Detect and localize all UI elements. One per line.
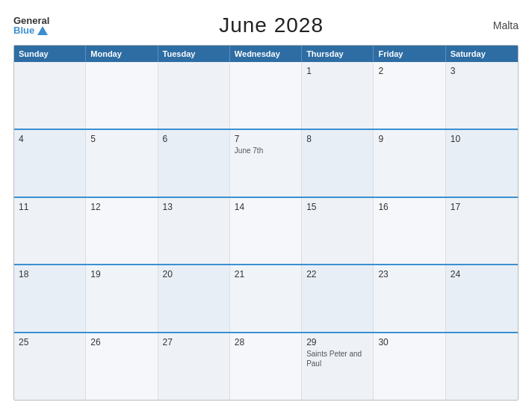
day-cell-jun10: 10 — [446, 130, 518, 197]
day-cell-jun28: 28 — [230, 333, 302, 400]
header-wednesday: Wednesday — [230, 46, 302, 62]
day-number: 15 — [306, 202, 368, 212]
day-number: 4 — [19, 134, 81, 144]
day-cell-jun11: 11 — [14, 198, 86, 265]
day-cell — [446, 333, 518, 400]
day-number: 9 — [378, 134, 440, 144]
day-number: 23 — [378, 269, 440, 279]
day-cell-jun25: 25 — [14, 333, 86, 400]
day-number: 25 — [19, 337, 81, 347]
day-cell-jun9: 9 — [374, 130, 445, 197]
day-cell-jun14: 14 — [230, 198, 302, 265]
day-cell-jun8: 8 — [302, 130, 374, 197]
day-cell-jun30: 30 — [374, 333, 445, 400]
day-number: 29 — [306, 337, 368, 347]
day-cell-jun27: 27 — [158, 333, 230, 400]
day-number: 11 — [19, 202, 81, 212]
country-label: Malta — [493, 19, 519, 31]
day-number: 14 — [235, 202, 297, 212]
day-number: 21 — [235, 269, 297, 279]
day-number: 16 — [378, 202, 440, 212]
day-number: 24 — [451, 269, 513, 279]
logo-blue-text: Blue — [13, 25, 49, 35]
day-number: 22 — [306, 269, 368, 279]
weeks-container: 1 2 3 4 5 6 — [14, 62, 518, 400]
day-cell-jun1: 1 — [302, 62, 374, 129]
logo-triangle-icon — [37, 26, 48, 35]
day-cell — [158, 62, 230, 129]
day-cell-jun26: 26 — [86, 333, 158, 400]
day-cell-jun12: 12 — [86, 198, 158, 265]
day-number: 6 — [163, 134, 225, 144]
day-number: 1 — [306, 66, 368, 76]
header: General Blue June 2028 Malta — [13, 13, 519, 37]
week-row-1: 1 2 3 — [14, 62, 518, 129]
day-cell-jun7: 7 June 7th — [230, 130, 302, 197]
day-number: 27 — [163, 337, 225, 347]
day-number: 26 — [90, 337, 152, 347]
day-cell — [86, 62, 158, 129]
day-number: 30 — [378, 337, 440, 347]
day-cell-jun20: 20 — [158, 265, 230, 332]
week-row-4: 18 19 20 21 22 23 24 — [14, 264, 518, 332]
day-number: 28 — [235, 337, 297, 347]
day-cell-jun24: 24 — [446, 265, 518, 332]
header-tuesday: Tuesday — [158, 46, 230, 62]
header-saturday: Saturday — [446, 46, 518, 62]
day-number: 8 — [306, 134, 368, 144]
day-cell-jun23: 23 — [374, 265, 445, 332]
event-june7th: June 7th — [235, 146, 297, 155]
header-monday: Monday — [86, 46, 158, 62]
header-sunday: Sunday — [14, 46, 86, 62]
calendar: Sunday Monday Tuesday Wednesday Thursday… — [13, 45, 519, 401]
day-cell-jun13: 13 — [158, 198, 230, 265]
day-cell-jun21: 21 — [230, 265, 302, 332]
day-number: 18 — [19, 269, 81, 279]
week-row-5: 25 26 27 28 29 Saints Peter and Paul 30 — [14, 332, 518, 400]
day-cell-jun18: 18 — [14, 265, 86, 332]
day-number: 3 — [451, 66, 513, 76]
day-number: 12 — [90, 202, 152, 212]
day-number: 7 — [235, 134, 297, 144]
calendar-title: June 2028 — [219, 13, 324, 37]
day-number: 13 — [163, 202, 225, 212]
day-number: 5 — [90, 134, 152, 144]
day-number: 17 — [451, 202, 513, 212]
day-cell-jun6: 6 — [158, 130, 230, 197]
day-headers-row: Sunday Monday Tuesday Wednesday Thursday… — [14, 46, 518, 62]
page: General Blue June 2028 Malta Sunday Mond… — [0, 0, 532, 411]
week-row-3: 11 12 13 14 15 16 17 — [14, 197, 518, 265]
header-thursday: Thursday — [302, 46, 374, 62]
day-cell-jun17: 17 — [446, 198, 518, 265]
day-number: 19 — [90, 269, 152, 279]
day-number: 2 — [378, 66, 440, 76]
day-number: 10 — [451, 134, 513, 144]
day-cell-jun3: 3 — [446, 62, 518, 129]
day-cell — [14, 62, 86, 129]
day-cell-jun4: 4 — [14, 130, 86, 197]
header-friday: Friday — [374, 46, 445, 62]
day-number: 20 — [163, 269, 225, 279]
day-cell-jun15: 15 — [302, 198, 374, 265]
week-row-2: 4 5 6 7 June 7th 8 9 1 — [14, 129, 518, 197]
day-cell-jun22: 22 — [302, 265, 374, 332]
day-cell — [230, 62, 302, 129]
day-cell-jun5: 5 — [86, 130, 158, 197]
day-cell-jun2: 2 — [374, 62, 445, 129]
day-cell-jun19: 19 — [86, 265, 158, 332]
event-saints-peter-paul: Saints Peter and Paul — [306, 349, 368, 368]
day-cell-jun16: 16 — [374, 198, 445, 265]
day-cell-jun29: 29 Saints Peter and Paul — [302, 333, 374, 400]
logo: General Blue — [13, 16, 49, 35]
